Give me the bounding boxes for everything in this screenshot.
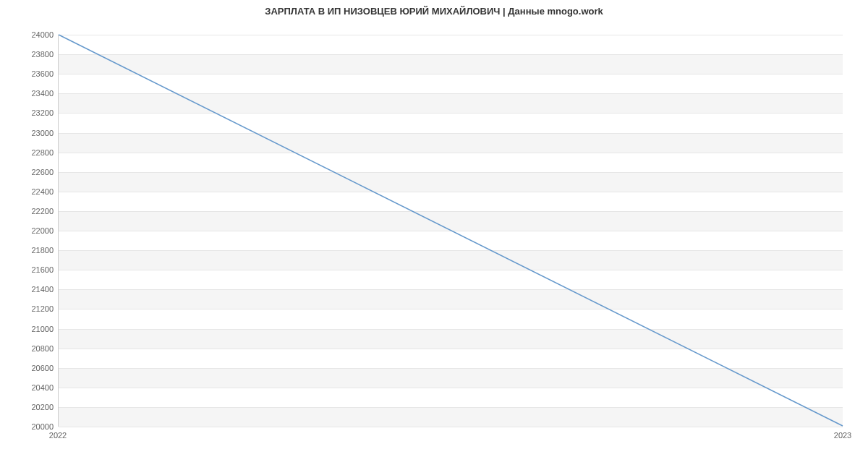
- y-tick-label: 20200: [3, 403, 54, 411]
- x-tick-label: 2022: [49, 431, 67, 440]
- y-tick-label: 21600: [3, 265, 54, 274]
- y-tick-label: 22600: [3, 168, 54, 176]
- y-tick-label: 20400: [3, 383, 54, 392]
- y-tick-label: 22800: [3, 148, 54, 157]
- y-tick-label: 23400: [3, 89, 54, 98]
- y-tick-label: 21000: [3, 325, 54, 333]
- y-tick-label: 22400: [3, 187, 54, 196]
- series-line: [59, 35, 843, 426]
- chart-title: ЗАРПЛАТА В ИП НИЗОВЦЕВ ЮРИЙ МИХАЙЛОВИЧ |…: [0, 6, 868, 17]
- line-layer: [59, 35, 843, 426]
- chart-container: ЗАРПЛАТА В ИП НИЗОВЦЕВ ЮРИЙ МИХАЙЛОВИЧ |…: [0, 0, 868, 470]
- y-tick-label: 20000: [3, 422, 54, 431]
- y-tick-label: 21800: [3, 246, 54, 255]
- y-tick-label: 24000: [3, 30, 54, 39]
- y-tick-label: 21400: [3, 285, 54, 294]
- y-tick-label: 22200: [3, 207, 54, 215]
- x-tick-label: 2023: [834, 431, 851, 440]
- plot-area: [58, 35, 843, 427]
- y-tick-label: 23200: [3, 108, 54, 117]
- y-tick-label: 21200: [3, 304, 54, 313]
- gridline: [59, 427, 843, 427]
- y-tick-label: 23800: [3, 50, 54, 59]
- y-tick-label: 23000: [3, 129, 54, 137]
- y-tick-label: 23600: [3, 69, 54, 78]
- y-tick-label: 22000: [3, 226, 54, 235]
- y-tick-label: 20600: [3, 364, 54, 372]
- y-tick-label: 20800: [3, 344, 54, 353]
